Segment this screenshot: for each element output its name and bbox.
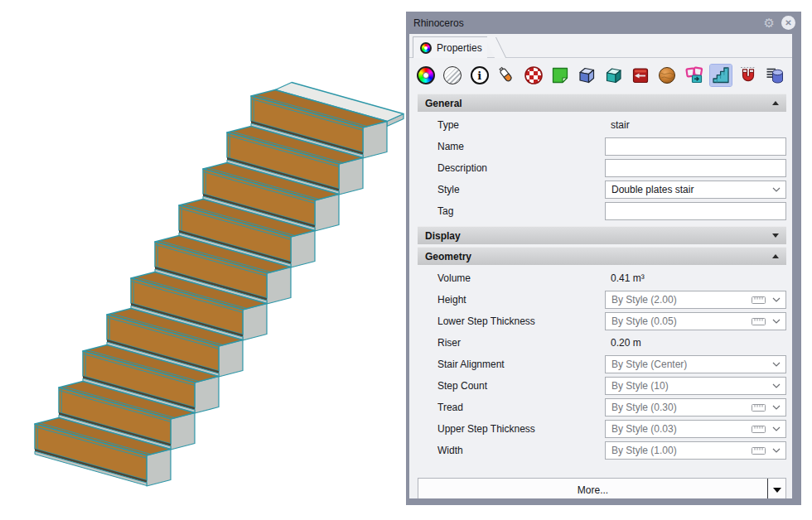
property-row-step-count: Step CountBy Style (10) [418,375,786,397]
shaded-circle-icon[interactable] [442,65,463,86]
property-row-type: Typestair [418,114,786,136]
select-value: By Style (0.30) [611,402,752,413]
ruler-icon[interactable] [752,404,766,412]
property-row-tread: TreadBy Style (0.30) [418,397,786,418]
chevron-down-icon[interactable] [772,405,781,410]
lower-step-thickness-select[interactable]: By Style (0.05) [605,312,786,330]
properties-tab-icon [420,42,432,54]
property-value: 0.41 m³ [605,272,786,284]
tab-label: Properties [437,42,482,54]
chevron-down-icon[interactable] [772,319,781,324]
property-label: Style [418,184,605,195]
linked-blocks-icon[interactable] [684,65,705,86]
ruler-icon[interactable] [752,426,766,433]
section-header-geometry[interactable]: Geometry [418,247,786,265]
collapse-icon [772,254,779,258]
section-header-general[interactable]: General [418,94,786,112]
texture-sphere-icon[interactable] [656,65,678,86]
property-label: Type [418,119,605,131]
blue-box-icon[interactable] [576,65,597,86]
property-row-height: HeightBy Style (2.00) [418,289,786,311]
section-header-display[interactable]: Display [418,226,786,244]
stair-3d-viewport[interactable] [0,0,406,520]
property-row-stair-alignment: Stair AlignmentBy Style (Center) [418,354,786,375]
property-label: Upper Step Thickness [418,423,605,435]
property-label: Lower Step Thickness [418,315,605,327]
property-row-tag: Tag [418,200,786,222]
property-row-lower-step-thickness: Lower Step ThicknessBy Style (0.05) [418,311,786,332]
chevron-down-icon[interactable] [772,383,781,388]
section-rows-general: TypestairNameDescriptionStyleDouble plat… [418,112,786,224]
panel-body: Properties i General TypestairNameDescri… [409,34,792,498]
teal-box-icon[interactable] [603,65,625,86]
property-value: stair [605,119,786,131]
property-row-upper-step-thickness: Upper Step ThicknessBy Style (0.03) [418,418,786,440]
chevron-down-icon[interactable] [772,297,781,302]
select-value: By Style (2.00) [611,294,752,306]
stair-alignment-select[interactable]: By Style (Center) [605,355,786,373]
ruler-icon[interactable] [752,318,766,325]
more-dropdown-arrow[interactable] [767,479,785,498]
property-label: Step Count [418,380,605,392]
checker-material-icon[interactable] [523,65,544,86]
properties-toolbar: i [409,58,792,91]
name-input[interactable] [605,137,786,156]
ruler-icon[interactable] [752,447,766,455]
select-value: By Style (10) [611,380,772,392]
tab-strip: Properties [409,34,792,58]
tread-select[interactable]: By Style (0.30) [605,398,786,416]
property-row-volume: Volume0.41 m³ [418,267,786,289]
property-row-style: StyleDouble plates stair [418,179,786,200]
rhinoceros-panel: Rhinoceros ⚙ ✕ Properties i General Type… [406,12,801,505]
info-icon[interactable]: i [469,65,491,86]
description-input[interactable] [605,159,786,177]
property-label: Description [418,162,605,174]
gear-icon[interactable]: ⚙ [764,17,775,29]
property-row-name: Name [418,136,786,157]
close-icon[interactable]: ✕ [781,16,795,30]
color-wheel-icon[interactable] [415,65,437,86]
tag-input[interactable] [605,202,786,220]
section-title: Geometry [425,251,772,262]
select-value: Double plates stair [611,184,772,195]
green-note-icon[interactable] [549,65,571,86]
property-label: Height [418,294,605,306]
tab-properties[interactable]: Properties [413,36,487,58]
property-row-description: Description [418,157,786,179]
stairs-icon[interactable] [710,65,732,86]
collapse-icon [772,101,779,105]
expand-icon [772,234,779,238]
property-label: Stair Alignment [418,359,605,370]
property-label: Tread [418,402,605,413]
select-value: By Style (0.03) [611,423,752,435]
style-select[interactable]: Double plates stair [605,181,786,199]
red-book-icon[interactable] [630,65,651,86]
section-title: General [425,98,772,109]
more-button[interactable]: More... [418,478,786,498]
select-value: By Style (1.00) [611,445,752,456]
paint-tube-icon[interactable] [495,65,517,86]
more-button-label: More... [418,479,767,498]
upper-step-thickness-select[interactable]: By Style (0.03) [605,420,786,438]
height-select[interactable]: By Style (2.00) [605,291,786,309]
chevron-down-icon[interactable] [772,426,781,431]
property-label: Riser [418,337,605,349]
layer-cylinder-icon[interactable] [764,65,785,86]
property-row-width: WidthBy Style (1.00) [418,440,786,461]
select-value: By Style (0.05) [611,315,752,327]
chevron-down-icon[interactable] [772,187,781,192]
chevron-down-icon[interactable] [772,362,781,367]
panel-title: Rhinoceros [413,17,764,29]
step-count-select[interactable]: By Style (10) [605,377,786,395]
panel-titlebar[interactable]: Rhinoceros ⚙ ✕ [406,12,801,34]
ruler-icon[interactable] [752,296,766,304]
property-label: Volume [418,272,605,284]
section-title: Display [425,230,772,242]
chevron-down-icon[interactable] [772,448,781,453]
property-label: Width [418,445,605,456]
width-select[interactable]: By Style (1.00) [605,441,786,460]
section-rows-geometry: Volume0.41 m³HeightBy Style (2.00)Lower … [418,265,786,463]
properties-content: General TypestairNameDescriptionStyleDou… [418,94,786,498]
property-row-riser: Riser0.20 m [418,332,786,354]
magnet-icon[interactable] [737,65,759,86]
